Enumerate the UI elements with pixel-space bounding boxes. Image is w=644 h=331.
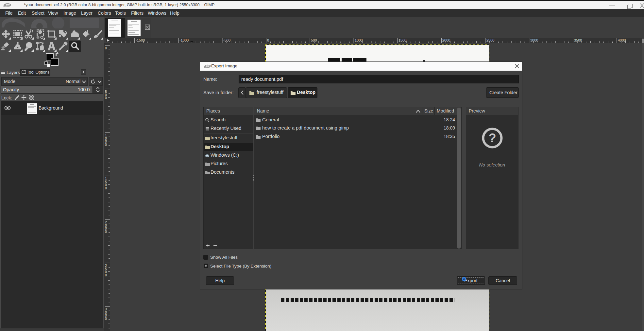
svg-text:?: ? — [488, 131, 496, 145]
